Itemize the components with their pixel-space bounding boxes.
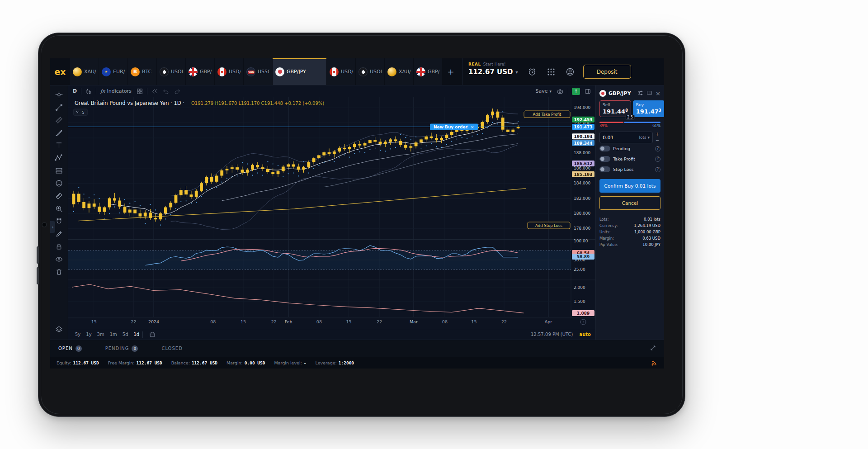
instrument-tab-us500[interactable]: US500	[244, 58, 273, 85]
indicators-button[interactable]: ƒx Indicators	[99, 88, 132, 94]
instrument-tab-usd[interactable]: USD/	[327, 58, 356, 85]
settings-sliders-icon[interactable]	[637, 90, 643, 97]
tool-channels[interactable]	[53, 114, 66, 126]
tool-zoom-in[interactable]	[53, 203, 66, 214]
closed-tab-label: CLOSED	[161, 346, 182, 351]
open-tab-label: OPEN	[58, 346, 73, 351]
buy-label: Buy	[636, 103, 661, 107]
range-5y[interactable]: 5y	[73, 331, 83, 338]
instrument-tab-gbp[interactable]: GBP/	[414, 58, 443, 85]
range-1d[interactable]: 1d	[132, 331, 142, 338]
instrument-tab-eur[interactable]: EUR/	[99, 58, 128, 85]
svg-text:189.344: 189.344	[574, 141, 593, 146]
chevron-down-icon: ▾	[549, 89, 552, 94]
spread-badge: 2.5	[625, 115, 635, 120]
tool-eye[interactable]	[53, 254, 66, 265]
lot-unit-dropdown[interactable]: lots ▾	[639, 135, 650, 140]
tool-text[interactable]	[53, 140, 66, 151]
indicator-legend[interactable]: 5	[74, 109, 87, 115]
help-icon[interactable]: ?	[655, 167, 660, 172]
instrument-tab-usoi[interactable]: USOI	[157, 58, 186, 85]
take-profit-toggle[interactable]	[599, 156, 610, 162]
panel-toggle-icon[interactable]	[584, 88, 592, 95]
instrument-tab-usd[interactable]: USD/	[215, 58, 244, 85]
price-chart[interactable]: New Buy order×Add Take ProfitAdd Stop Lo…	[68, 97, 595, 329]
add-take-profit-pill[interactable]: Add Take Profit	[524, 111, 570, 118]
undo-icon[interactable]	[162, 88, 170, 95]
tool-crosshair[interactable]	[53, 89, 66, 100]
camera-icon[interactable]	[556, 88, 564, 95]
tab-open-positions[interactable]: OPEN 0	[58, 345, 82, 352]
add-stop-loss-pill[interactable]: Add Stop Loss	[528, 222, 570, 229]
tool-trend-line[interactable]	[53, 102, 66, 113]
tool-forecast[interactable]	[53, 165, 66, 176]
dock-panel-icon[interactable]	[646, 90, 652, 97]
volume-decrease-button[interactable]: −	[654, 138, 660, 143]
go-to-date-icon[interactable]	[146, 331, 158, 338]
help-icon[interactable]: ?	[655, 156, 660, 162]
range-3m[interactable]: 3m	[95, 331, 107, 338]
replay-icon[interactable]	[151, 88, 159, 95]
tab-pending-orders[interactable]: PENDING 0	[105, 345, 138, 352]
chart-type-icon[interactable]	[85, 88, 93, 95]
save-button[interactable]: Save ▾	[534, 88, 552, 94]
instrument-tab-xau[interactable]: XAU/	[70, 58, 99, 85]
tool-measure[interactable]	[53, 190, 66, 202]
gold-coin-icon	[387, 67, 396, 76]
tool-pattern[interactable]	[53, 152, 66, 164]
deposit-button[interactable]: Deposit	[583, 65, 631, 79]
instrument-tab-gbp[interactable]: GBP/	[186, 58, 215, 85]
instrument-tab-gbpjpy[interactable]: GBP/JPY	[273, 58, 327, 85]
svg-text:178.000: 178.000	[574, 226, 590, 231]
instrument-tab-xau[interactable]: XAU/	[385, 58, 414, 85]
tool-brush[interactable]	[53, 127, 66, 138]
account-switcher[interactable]: REAL Start Here! 112.67 USD ▾	[462, 58, 523, 85]
add-instrument-button[interactable]: +	[443, 58, 459, 85]
buy-button[interactable]: Buy 191.473	[633, 100, 664, 117]
range-1y[interactable]: 1y	[84, 331, 94, 338]
confirm-buy-button[interactable]: Confirm Buy 0.01 lots	[599, 179, 660, 193]
svg-text:194.000: 194.000	[574, 105, 590, 110]
utc-clock[interactable]: 12:57:09 PM (UTC)	[531, 332, 573, 337]
apps-grid-icon[interactable]	[542, 58, 561, 85]
camera-dot	[42, 223, 46, 227]
alarm-icon[interactable]	[523, 58, 542, 85]
instrument-tab-usoi[interactable]: USOI	[356, 58, 385, 85]
tool-trash[interactable]	[53, 266, 66, 278]
us500-icon	[246, 67, 255, 76]
stop-loss-toggle[interactable]	[599, 166, 610, 172]
volume-increase-button[interactable]: +	[654, 132, 660, 137]
lock-icon	[55, 243, 63, 250]
volume-input[interactable]	[603, 135, 623, 141]
instrument-tab-btc[interactable]: BTC	[128, 58, 157, 85]
expand-panel-icon[interactable]	[650, 345, 656, 352]
redo-icon[interactable]	[173, 88, 181, 95]
layout-grid-icon[interactable]	[136, 88, 144, 95]
svg-text:192.453: 192.453	[574, 118, 593, 122]
tool-lock[interactable]	[53, 241, 66, 252]
range-5d[interactable]: 5d	[120, 331, 131, 338]
exness-logo[interactable]: ex	[50, 58, 70, 85]
crosshair-icon	[55, 91, 63, 99]
cancel-button[interactable]: Cancel	[599, 196, 660, 210]
sell-sentiment-segment	[599, 122, 623, 123]
new-buy-order-pill[interactable]: New Buy order×	[430, 124, 478, 130]
tool-emoji[interactable]	[53, 178, 66, 189]
svg-text:190.194: 190.194	[574, 134, 593, 139]
timeframe-button[interactable]: D	[72, 88, 78, 94]
pending-count-badge: 0	[132, 345, 138, 352]
sidebar-expand-handle[interactable]: ›	[50, 221, 55, 233]
sell-label: Sell	[603, 103, 628, 107]
range-1m[interactable]: 1m	[108, 331, 119, 338]
tool-layers[interactable]	[53, 324, 66, 335]
close-icon[interactable]: ×	[656, 90, 660, 96]
oil-drop-icon	[160, 67, 169, 76]
auto-scale-toggle[interactable]: auto	[579, 332, 591, 337]
pending-toggle[interactable]	[599, 146, 610, 151]
tab-closed-positions[interactable]: CLOSED	[161, 346, 182, 351]
profile-icon[interactable]	[561, 58, 580, 85]
order-panel-header: GBP/JPY ×	[599, 88, 660, 99]
measure-icon	[55, 192, 63, 200]
help-icon[interactable]: ?	[655, 146, 660, 151]
quick-buy-button[interactable]: ↑	[572, 88, 580, 95]
